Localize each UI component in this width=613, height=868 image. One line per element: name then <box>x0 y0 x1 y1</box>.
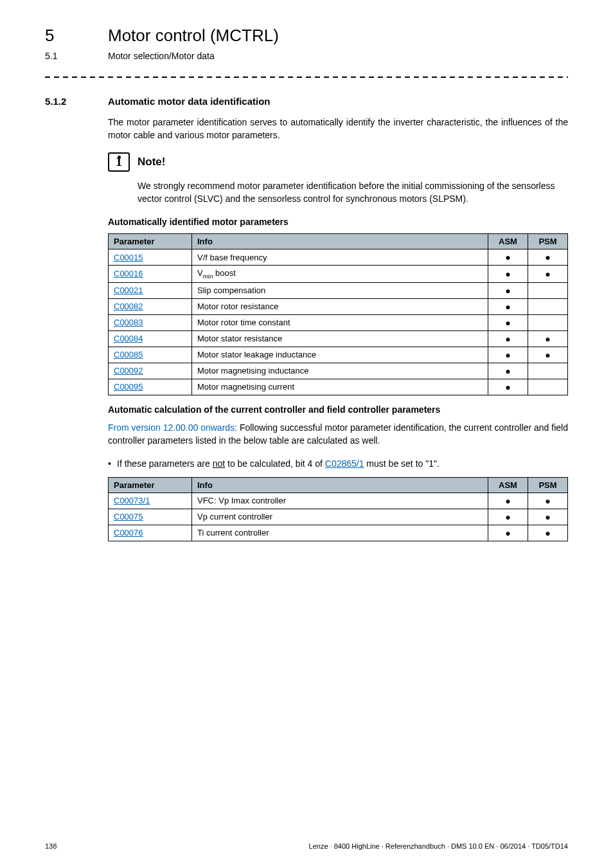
asm-cell: ● <box>488 509 528 525</box>
chapter-title: Motor control (MCTRL) <box>108 26 279 46</box>
info-cell: Motor rotor resistance <box>192 298 488 314</box>
section-title: Motor selection/Motor data <box>108 51 215 61</box>
note-body: We strongly recommend motor parameter id… <box>138 179 568 206</box>
version-prefix: From version 12.00.00 onwards: <box>108 422 237 433</box>
param-link[interactable]: C00092 <box>114 366 143 375</box>
info-cell: V/f base frequency <box>192 249 488 266</box>
col-psm: PSM <box>528 234 568 249</box>
subsection-title: Automatic motor data identification <box>108 96 271 107</box>
param-link[interactable]: C00075 <box>114 512 143 521</box>
note-block: 1 Note! We strongly recommend motor para… <box>108 152 568 206</box>
psm-cell: ● <box>528 493 568 509</box>
link-c02865-1[interactable]: C02865/1 <box>325 458 364 469</box>
psm-cell <box>528 314 568 330</box>
auto-calc-table: Parameter Info ASM PSM C00073/1VFC: Vp I… <box>108 477 568 541</box>
info-cell: Motor stator resistance <box>192 330 488 347</box>
info-cell: Motor stator leakage inductance <box>192 347 488 363</box>
info-icon: 1 <box>108 152 130 172</box>
auto-calc-paragraph: From version 12.00.00 onwards: Following… <box>108 421 568 448</box>
divider <box>45 77 568 78</box>
auto-calc-bullet: If these parameters are not to be calcul… <box>108 457 568 470</box>
note-label: Note! <box>138 156 165 168</box>
intro-paragraph: The motor parameter identification serve… <box>108 116 568 142</box>
param-link[interactable]: C00084 <box>114 334 143 343</box>
info-cell: Motor rotor time constant <box>192 314 488 330</box>
col-psm: PSM <box>528 477 568 493</box>
param-link[interactable]: C00076 <box>114 528 143 538</box>
table-row: C00082Motor rotor resistance● <box>109 298 568 314</box>
table-row: C00021Slip compensation● <box>109 282 568 298</box>
subsection-number: 5.1.2 <box>45 96 90 107</box>
param-link[interactable]: C00095 <box>114 382 143 392</box>
psm-cell <box>528 282 568 298</box>
param-link[interactable]: C00015 <box>114 253 143 262</box>
auto-calc-heading: Automatic calculation of the current con… <box>108 404 568 415</box>
asm-cell: ● <box>488 314 528 330</box>
table-row: C00075Vp current controller●● <box>109 509 568 525</box>
param-link[interactable]: C00016 <box>114 269 143 278</box>
asm-cell: ● <box>488 249 528 266</box>
info-cell: VFC: Vp Imax controller <box>192 493 488 509</box>
param-link[interactable]: C00083 <box>114 318 143 327</box>
psm-cell: ● <box>528 525 568 541</box>
asm-cell: ● <box>488 347 528 363</box>
table-row: C00076Ti current controller●● <box>109 525 568 541</box>
psm-cell: ● <box>528 347 568 363</box>
info-cell: Motor magnetising current <box>192 379 488 395</box>
info-cell: Motor magnetising inductance <box>192 363 488 379</box>
psm-cell: ● <box>528 330 568 347</box>
psm-cell: ● <box>528 266 568 283</box>
asm-cell: ● <box>488 525 528 541</box>
col-parameter: Parameter <box>109 234 192 249</box>
psm-cell: ● <box>528 249 568 266</box>
col-asm: ASM <box>488 234 528 249</box>
param-link[interactable]: C00085 <box>114 350 143 359</box>
chapter-number: 5 <box>45 26 90 46</box>
table-row: C00073/1VFC: Vp Imax controller●● <box>109 493 568 509</box>
psm-cell <box>528 298 568 314</box>
table-row: C00016Vmin boost●● <box>109 266 568 283</box>
asm-cell: ● <box>488 363 528 379</box>
param-link[interactable]: C00073/1 <box>114 496 150 505</box>
auto-params-table: Parameter Info ASM PSM C00015V/f base fr… <box>108 233 568 395</box>
param-link[interactable]: C00082 <box>114 302 143 311</box>
asm-cell: ● <box>488 379 528 395</box>
info-cell: Vp current controller <box>192 509 488 525</box>
table-row: C00084Motor stator resistance●● <box>109 330 568 347</box>
section-number: 5.1 <box>45 51 90 61</box>
table-row: C00095Motor magnetising current● <box>109 379 568 395</box>
table-row: C00015V/f base frequency●● <box>109 249 568 266</box>
info-cell: Ti current controller <box>192 525 488 541</box>
asm-cell: ● <box>488 330 528 347</box>
param-link[interactable]: C00021 <box>114 285 143 295</box>
col-asm: ASM <box>488 477 528 493</box>
asm-cell: ● <box>488 493 528 509</box>
asm-cell: ● <box>488 282 528 298</box>
table-row: C00092Motor magnetising inductance● <box>109 363 568 379</box>
psm-cell <box>528 379 568 395</box>
footer-meta: Lenze · 8400 HighLine · Referenzhandbuch… <box>309 842 568 850</box>
table-row: C00085Motor stator leakage inductance●● <box>109 347 568 363</box>
psm-cell: ● <box>528 509 568 525</box>
psm-cell <box>528 363 568 379</box>
asm-cell: ● <box>488 298 528 314</box>
asm-cell: ● <box>488 266 528 283</box>
info-cell: Vmin boost <box>192 266 488 283</box>
table-row: C00083Motor rotor time constant● <box>109 314 568 330</box>
auto-params-heading: Automatically identified motor parameter… <box>108 217 568 227</box>
page-number: 138 <box>45 842 57 850</box>
col-parameter: Parameter <box>109 477 192 493</box>
col-info: Info <box>192 234 488 249</box>
col-info: Info <box>192 477 488 493</box>
info-cell: Slip compensation <box>192 282 488 298</box>
